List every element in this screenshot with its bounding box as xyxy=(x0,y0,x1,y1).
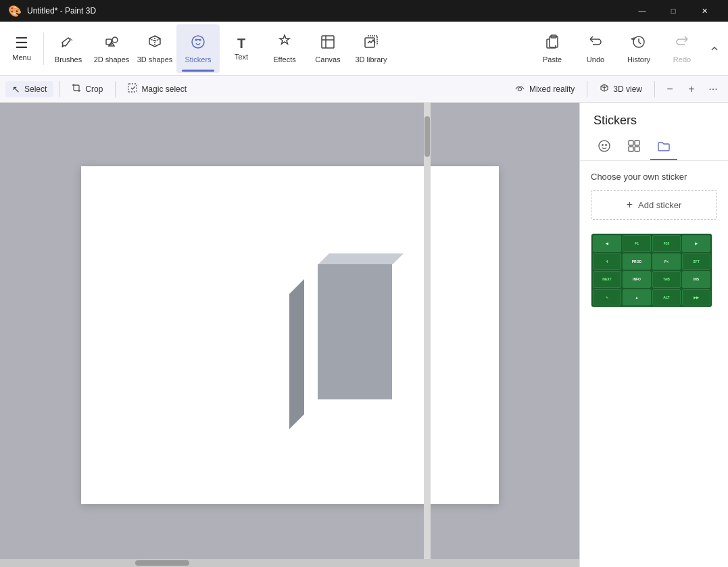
menu-label: Menu xyxy=(12,53,31,61)
3d-library-tool[interactable]: 3D library xyxy=(349,24,393,73)
stickers-panel: Stickers xyxy=(579,103,728,567)
magic-select-icon xyxy=(128,83,137,95)
history-button[interactable]: History xyxy=(617,24,660,73)
main-area: Stickers xyxy=(0,103,728,567)
stickers-label: Stickers xyxy=(185,55,211,64)
redo-icon xyxy=(674,34,690,53)
redo-button[interactable]: Redo xyxy=(660,24,704,73)
text-icon: T xyxy=(237,36,245,50)
zoom-out-button[interactable]: − xyxy=(660,80,679,99)
undo-button[interactable]: Undo xyxy=(574,24,617,73)
menu-icon: ☰ xyxy=(15,36,28,51)
titlebar-controls: — □ ✕ xyxy=(627,0,720,22)
panel-tab-sticker-grid[interactable] xyxy=(621,133,648,160)
sticker-preview[interactable]: ◀ F1 F10 ▶ 4 PROD F< SFT NEXT INFO TAB I… xyxy=(591,233,712,307)
3d-view-icon xyxy=(600,83,609,95)
collapse-toolbar-button[interactable] xyxy=(704,38,725,59)
panel-title: Stickers xyxy=(580,103,728,133)
titlebar: 🎨 Untitled* - Paint 3D — □ ✕ xyxy=(0,0,728,22)
svg-rect-18 xyxy=(635,147,639,151)
canvas-tool[interactable]: Canvas xyxy=(306,24,349,73)
stickers-tool[interactable]: Stickers xyxy=(176,24,220,73)
add-sticker-label: Add sticker xyxy=(638,200,681,210)
vertical-scroll-thumb[interactable] xyxy=(424,116,430,157)
horizontal-scroll-thumb[interactable] xyxy=(135,560,189,566)
subtoolbar-sep-2 xyxy=(115,81,116,97)
choose-sticker-label: Choose your own sticker xyxy=(591,172,717,182)
kb-key: F10 xyxy=(652,235,681,252)
select-icon: ↖ xyxy=(12,84,20,95)
svg-point-3 xyxy=(195,39,197,41)
main-toolbar: ☰ Menu Brushes 2D shapes xyxy=(0,22,728,76)
more-options-button[interactable]: ··· xyxy=(704,80,723,99)
svg-rect-5 xyxy=(322,36,334,48)
canvas-area[interactable] xyxy=(0,103,579,567)
svg-rect-10 xyxy=(128,84,137,92)
svg-rect-17 xyxy=(629,147,633,151)
select-subtool[interactable]: ↖ Select xyxy=(5,81,53,97)
mixed-reality-icon xyxy=(514,82,525,95)
vertical-scrollbar[interactable] xyxy=(424,103,431,559)
horizontal-scrollbar[interactable] xyxy=(0,559,579,567)
kb-key: ◀ xyxy=(593,235,621,252)
3d-object xyxy=(304,254,392,399)
canvas-icon xyxy=(320,34,336,53)
3d-view-subtool[interactable]: 3D view xyxy=(593,80,649,97)
zoom-in-button[interactable]: + xyxy=(682,80,701,99)
panel-tab-emoji[interactable] xyxy=(591,133,618,160)
brushes-icon xyxy=(60,34,76,53)
paste-button[interactable]: Paste xyxy=(531,24,574,73)
kb-key: TAB xyxy=(652,271,681,288)
box-top-face xyxy=(318,253,404,264)
subtoolbar-sep-1 xyxy=(59,81,59,97)
brushes-tool[interactable]: Brushes xyxy=(47,24,90,73)
subtoolbar-right: Mixed reality 3D view − + ··· xyxy=(508,80,723,99)
redo-label: Redo xyxy=(673,55,691,64)
crop-subtool[interactable]: Crop xyxy=(65,80,110,97)
2d-shapes-icon xyxy=(103,34,120,53)
crop-label: Crop xyxy=(85,84,103,94)
canvas xyxy=(81,166,499,504)
svg-point-12 xyxy=(599,141,610,151)
panel-tab-folder[interactable] xyxy=(650,133,677,160)
effects-icon xyxy=(276,34,293,53)
sub-toolbar: ↖ Select Crop Magic select xyxy=(0,76,728,103)
undo-label: Undo xyxy=(587,55,604,64)
app-icon: 🎨 xyxy=(8,5,22,18)
kb-key: ▲ xyxy=(623,289,651,306)
2d-shapes-tool[interactable]: 2D shapes xyxy=(90,24,133,73)
effects-tool[interactable]: Effects xyxy=(263,24,306,73)
close-button[interactable]: ✕ xyxy=(689,0,720,22)
kb-key: ALT xyxy=(652,289,681,306)
kb-key: NEXT xyxy=(593,271,621,288)
subtoolbar-sep-4 xyxy=(654,81,655,97)
3d-shapes-tool[interactable]: 3D shapes xyxy=(133,24,176,73)
panel-content: Choose your own sticker + Add sticker ◀ … xyxy=(580,161,728,567)
kb-key: SFT xyxy=(682,253,710,270)
kb-key: 4 xyxy=(593,253,621,270)
canvas-label: Canvas xyxy=(315,55,340,64)
minimize-button[interactable]: — xyxy=(627,0,658,22)
kb-key: F< xyxy=(652,253,681,270)
svg-point-11 xyxy=(518,88,521,91)
box-side-face xyxy=(289,279,304,429)
menu-button[interactable]: ☰ Menu xyxy=(3,24,41,73)
kb-key: PROD xyxy=(623,253,651,270)
svg-point-14 xyxy=(606,145,607,146)
sticker-image: ◀ F1 F10 ▶ 4 PROD F< SFT NEXT INFO TAB I… xyxy=(591,234,712,307)
mixed-reality-subtool[interactable]: Mixed reality xyxy=(508,80,581,98)
2d-shapes-label: 2D shapes xyxy=(94,55,130,64)
kb-key: INFO xyxy=(623,271,651,288)
3d-library-icon xyxy=(363,34,379,53)
effects-label: Effects xyxy=(273,55,295,64)
text-tool[interactable]: T Text xyxy=(220,24,263,73)
history-label: History xyxy=(627,55,650,64)
svg-point-13 xyxy=(602,145,604,146)
kb-key: ↖ xyxy=(593,289,621,306)
crop-icon xyxy=(72,83,81,95)
add-sticker-button[interactable]: + Add sticker xyxy=(591,190,717,220)
maximize-button[interactable]: □ xyxy=(658,0,689,22)
3d-view-label: 3D view xyxy=(613,84,642,94)
magic-select-subtool[interactable]: Magic select xyxy=(121,80,193,97)
3d-shapes-label: 3D shapes xyxy=(137,55,173,64)
